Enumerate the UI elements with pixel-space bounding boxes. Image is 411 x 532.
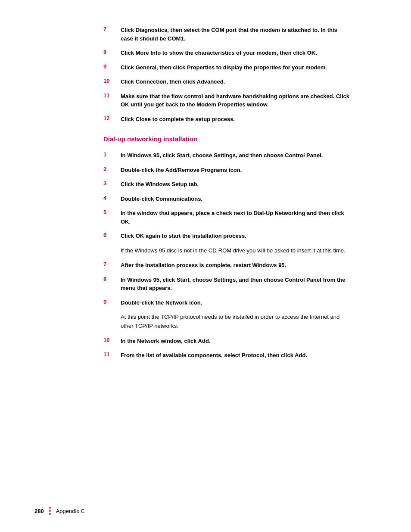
steps-second-group: 1 In Windows 95, click Start, choose Set… bbox=[103, 151, 351, 360]
step-s-text-1: In Windows 95, click Start, choose Setti… bbox=[121, 151, 351, 160]
footer-dot-1 bbox=[49, 507, 51, 509]
page-number: 280 bbox=[34, 508, 44, 514]
step-s-item-8: 8 In Windows 95, click Start, choose Set… bbox=[103, 276, 351, 292]
step-item-8: 8 Click More Info to show the characteri… bbox=[103, 49, 351, 57]
step-s-number-7: 7 bbox=[103, 261, 121, 268]
page-container: 7 Click Diagnostics, then select the COM… bbox=[0, 0, 411, 532]
step-s-subtext-6: If the Windows 95 disc is not in the CD-… bbox=[121, 246, 351, 255]
step-s-item-7: 7 After the installation process is comp… bbox=[103, 261, 351, 270]
step-s-text-10: In the Network window, click Add. bbox=[121, 337, 351, 345]
footer-dots-decoration bbox=[49, 507, 51, 515]
footer-dot-2 bbox=[49, 510, 51, 512]
step-s-number-6: 6 bbox=[103, 232, 121, 238]
step-s-number-11: 11 bbox=[103, 351, 121, 358]
step-s-number-10: 10 bbox=[103, 337, 121, 343]
step-s-text-9: Double-click the Network icon. bbox=[121, 299, 351, 307]
step-text-12: Click Close to complete the setup proces… bbox=[121, 115, 351, 124]
step-s-text-2: Double-click the Add/Remove Programs ico… bbox=[121, 166, 351, 174]
step-s-number-4: 4 bbox=[103, 195, 121, 201]
step-s-text-7: After the installation process is comple… bbox=[121, 261, 351, 270]
footer-dot-3 bbox=[49, 513, 51, 515]
step-item-12: 12 Click Close to complete the setup pro… bbox=[103, 115, 351, 124]
content-area: 7 Click Diagnostics, then select the COM… bbox=[103, 26, 351, 360]
section-heading: Dial-up networking installation bbox=[103, 135, 351, 143]
step-s-subtext-9: At this point the TCP/IP protocol needs … bbox=[121, 313, 351, 331]
step-item-10: 10 Click Connection, then click Advanced… bbox=[103, 78, 351, 86]
step-text-7: Click Diagnostics, then select the COM p… bbox=[121, 26, 351, 43]
step-text-10: Click Connection, then click Advanced. bbox=[121, 78, 351, 86]
step-number-12: 12 bbox=[103, 115, 121, 121]
step-s-text-6: Click OK again to start the installation… bbox=[121, 232, 351, 240]
step-number-7: 7 bbox=[103, 26, 121, 32]
step-s-text-5: In the window that appears, place a chec… bbox=[121, 209, 351, 226]
step-s-item-6: 6 Click OK again to start the installati… bbox=[103, 232, 351, 240]
step-s-text-11: From the list of available components, s… bbox=[121, 351, 351, 360]
step-s-item-11: 11 From the list of available components… bbox=[103, 351, 351, 360]
footer-appendix-label: Appendix C bbox=[56, 508, 85, 514]
step-s-text-8: In Windows 95, click Start, choose Setti… bbox=[121, 276, 351, 292]
step-item-9: 9 Click General, then click Properties t… bbox=[103, 63, 351, 72]
step-s-number-5: 5 bbox=[103, 209, 121, 215]
step-s-item-10: 10 In the Network window, click Add. bbox=[103, 337, 351, 345]
step-s-text-4: Double-click Communications. bbox=[121, 195, 351, 203]
step-s-item-3: 3 Click the Windows Setup tab. bbox=[103, 180, 351, 189]
step-s-number-3: 3 bbox=[103, 180, 121, 187]
step-text-11: Make sure that the flow control and hard… bbox=[121, 92, 351, 109]
step-s-item-9: 9 Double-click the Network icon. bbox=[103, 299, 351, 307]
step-text-9: Click General, then click Properties to … bbox=[121, 63, 351, 72]
step-s-item-2: 2 Double-click the Add/Remove Programs i… bbox=[103, 166, 351, 174]
step-s-text-3: Click the Windows Setup tab. bbox=[121, 180, 351, 189]
step-s-item-5: 5 In the window that appears, place a ch… bbox=[103, 209, 351, 226]
step-s-number-9: 9 bbox=[103, 299, 121, 305]
step-item-7: 7 Click Diagnostics, then select the COM… bbox=[103, 26, 351, 43]
step-s-number-2: 2 bbox=[103, 166, 121, 172]
step-s-number-1: 1 bbox=[103, 151, 121, 158]
footer: 280 Appendix C bbox=[0, 507, 411, 515]
step-number-8: 8 bbox=[103, 49, 121, 55]
step-s-number-8: 8 bbox=[103, 276, 121, 282]
steps-first-group: 7 Click Diagnostics, then select the COM… bbox=[103, 26, 351, 123]
step-item-11: 11 Make sure that the flow control and h… bbox=[103, 92, 351, 109]
step-text-8: Click More Info to show the characterist… bbox=[121, 49, 351, 57]
step-number-11: 11 bbox=[103, 92, 121, 99]
step-number-10: 10 bbox=[103, 78, 121, 84]
step-s-item-1: 1 In Windows 95, click Start, choose Set… bbox=[103, 151, 351, 160]
step-number-9: 9 bbox=[103, 63, 121, 70]
step-s-item-4: 4 Double-click Communications. bbox=[103, 195, 351, 203]
